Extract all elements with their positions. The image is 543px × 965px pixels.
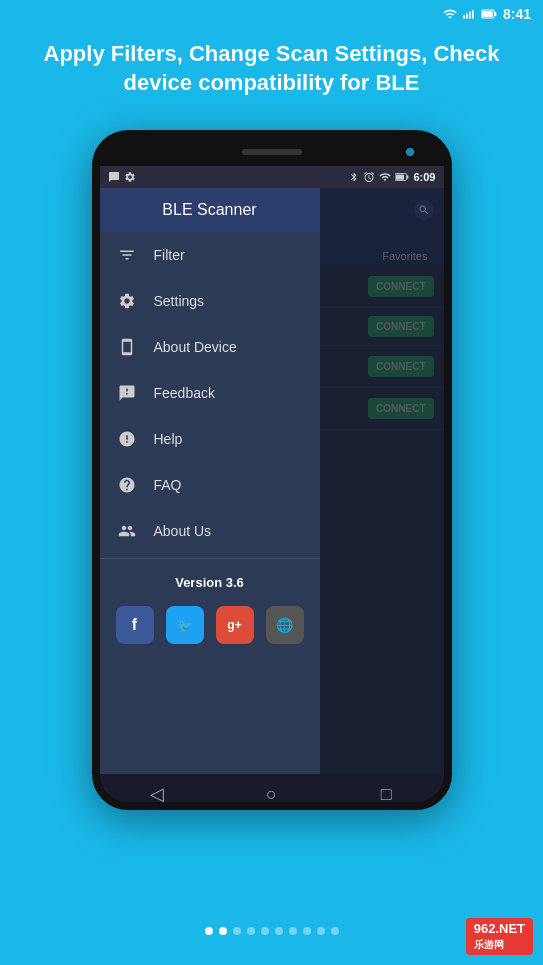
- status-icons: [443, 7, 497, 21]
- svg-rect-1: [466, 13, 468, 18]
- svg-rect-8: [407, 175, 409, 179]
- phone-status-left-icons: [108, 171, 136, 183]
- watermark: 962.NET 乐游网: [466, 918, 533, 955]
- web-btn[interactable]: 🌐: [266, 606, 304, 644]
- status-bar: 8:41: [0, 0, 543, 28]
- page-dot-4[interactable]: [261, 927, 269, 935]
- phone-status-right-icons: 6:09: [349, 171, 435, 183]
- about-us-icon: [116, 520, 138, 542]
- drawer-settings-label: Settings: [154, 293, 205, 309]
- svg-rect-5: [494, 12, 496, 16]
- page-dot-8[interactable]: [317, 927, 325, 935]
- facebook-btn[interactable]: f: [116, 606, 154, 644]
- drawer-help-label: Help: [154, 431, 183, 447]
- watermark-site: 962.NET: [474, 921, 525, 936]
- recent-btn[interactable]: □: [371, 784, 401, 805]
- phone-bluetooth-icon: [349, 171, 359, 183]
- drawer-item-help[interactable]: Help: [100, 416, 320, 462]
- drawer-about-device-label: About Device: [154, 339, 237, 355]
- twitter-btn[interactable]: 🐦: [166, 606, 204, 644]
- facebook-icon: f: [132, 616, 137, 634]
- help-icon: [116, 428, 138, 450]
- drawer-feedback-label: Feedback: [154, 385, 215, 401]
- drawer-item-about-device[interactable]: About Device: [100, 324, 320, 370]
- status-time: 8:41: [503, 6, 531, 22]
- phone-frame: 6:09 BLE Scanner Favorites new Dis: [92, 130, 452, 810]
- googleplus-btn[interactable]: g+: [216, 606, 254, 644]
- svg-rect-9: [396, 174, 404, 179]
- twitter-icon: 🐦: [177, 618, 193, 633]
- home-btn[interactable]: ○: [256, 784, 286, 805]
- googleplus-icon: g+: [227, 618, 241, 632]
- page-dot-5[interactable]: [275, 927, 283, 935]
- page-dot-0[interactable]: [205, 927, 213, 935]
- page-dot-3[interactable]: [247, 927, 255, 935]
- phone-battery-icon: [395, 172, 409, 182]
- phone-alarm-icon: [363, 171, 375, 183]
- drawer-item-faq[interactable]: FAQ: [100, 462, 320, 508]
- phone-camera: [406, 148, 414, 156]
- svg-rect-3: [472, 10, 474, 19]
- phone-status-bar: 6:09: [100, 166, 444, 188]
- page-dot-6[interactable]: [289, 927, 297, 935]
- drawer-header: BLE Scanner: [100, 188, 320, 232]
- drawer-item-feedback[interactable]: Feedback: [100, 370, 320, 416]
- drawer-faq-label: FAQ: [154, 477, 182, 493]
- phone-bottom-nav: ◁ ○ □: [100, 774, 444, 810]
- nav-drawer: BLE Scanner Filter Settings: [100, 188, 320, 774]
- back-btn[interactable]: ◁: [142, 783, 172, 805]
- wifi-icon: [443, 7, 457, 21]
- phone-time: 6:09: [413, 171, 435, 183]
- app-area: BLE Scanner Favorites new Disconnected C…: [100, 188, 444, 774]
- feedback-icon: [116, 382, 138, 404]
- svg-rect-6: [482, 11, 493, 17]
- svg-rect-2: [469, 12, 471, 19]
- svg-rect-0: [463, 15, 465, 19]
- settings-icon: [116, 290, 138, 312]
- page-indicators: [0, 927, 543, 935]
- page-dot-2[interactable]: [233, 927, 241, 935]
- signal-icon: [462, 7, 476, 21]
- drawer-version: Version 3.6: [100, 563, 320, 598]
- drawer-about-us-label: About Us: [154, 523, 212, 539]
- drawer-item-filter[interactable]: Filter: [100, 232, 320, 278]
- drawer-item-about-us[interactable]: About Us: [100, 508, 320, 554]
- web-icon: 🌐: [276, 617, 293, 633]
- page-dot-1[interactable]: [219, 927, 227, 935]
- battery-icon: [481, 7, 497, 21]
- phone-msg-icon: [108, 171, 120, 183]
- header-text: Apply Filters, Change Scan Settings, Che…: [0, 40, 543, 97]
- phone-signal-bars-icon: [379, 171, 391, 183]
- drawer-filter-label: Filter: [154, 247, 185, 263]
- phone-speaker: [242, 149, 302, 155]
- page-dot-7[interactable]: [303, 927, 311, 935]
- faq-icon: [116, 474, 138, 496]
- page-dot-9[interactable]: [331, 927, 339, 935]
- phone-top: [100, 138, 444, 166]
- drawer-social: f 🐦 g+ 🌐: [100, 598, 320, 660]
- drawer-header-title: BLE Scanner: [162, 201, 256, 219]
- drawer-divider: [100, 558, 320, 559]
- phone-settings-icon: [124, 171, 136, 183]
- watermark-subtext: 乐游网: [474, 939, 504, 950]
- device-icon: [116, 336, 138, 358]
- drawer-item-settings[interactable]: Settings: [100, 278, 320, 324]
- filter-icon: [116, 244, 138, 266]
